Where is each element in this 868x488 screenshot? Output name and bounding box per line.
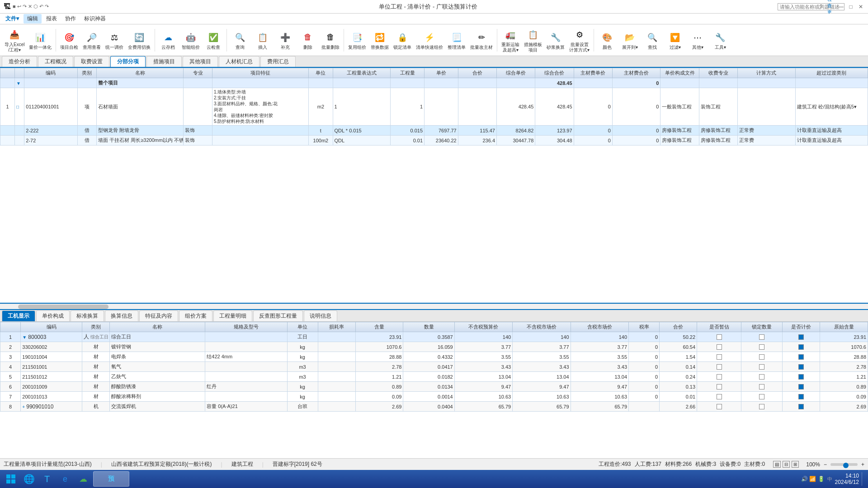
table-row[interactable]: 2-72 借 墙面 干挂石材 周长≥3200mm以内 不锈钢硅柱密缝 装饰 10… xyxy=(0,136,868,145)
br5-notax-est[interactable]: 13.04 xyxy=(454,372,512,382)
br5-lock[interactable] xyxy=(741,372,783,382)
br8-lock-cb[interactable] xyxy=(759,404,764,409)
maximize-button[interactable]: □ xyxy=(847,3,854,10)
toolbar-delete[interactable]: 🗑 删除 xyxy=(297,27,319,54)
check-update[interactable]: 🔔检查更新 xyxy=(827,3,835,10)
br4-notax-est[interactable]: 3.43 xyxy=(454,362,512,372)
taskbar-browser[interactable]: 🌐 xyxy=(21,471,37,487)
table-row[interactable]: 2-222 借 型钢龙骨 附墙龙骨 装饰 t QDL * 0.015 0.015… xyxy=(0,126,868,136)
bottom-row-3[interactable]: 3 190101004 材 电焊条 结422 4mm kg 28.88 0.43… xyxy=(0,352,868,362)
bottom-row-4[interactable]: 4 211501001 材 氧气 m3 2.78 0.0417 3.43 3.4… xyxy=(0,362,868,372)
tab-other-items[interactable]: 其他项目 xyxy=(183,56,218,67)
taskbar-t-app[interactable]: T xyxy=(39,471,55,487)
br1-lock-cb[interactable] xyxy=(759,334,764,340)
br3-qty[interactable]: 28.88 xyxy=(355,352,403,362)
toolbar-filter[interactable]: 🔽 过滤▾ xyxy=(664,27,686,54)
br5-qty[interactable]: 1.21 xyxy=(355,372,403,382)
minimize-button[interactable]: — xyxy=(837,3,844,10)
tab-cost-analysis[interactable]: 造价分析 xyxy=(2,56,37,67)
br3-lock-cb[interactable] xyxy=(759,354,764,360)
row-qty-1[interactable]: 1 xyxy=(391,88,425,126)
row-formula-1[interactable]: 1 xyxy=(333,88,391,126)
toolbar-batch-delete[interactable]: 🗑 批量删除 xyxy=(320,27,341,54)
toolbar-check-view[interactable]: 🔎 查用查看 xyxy=(81,27,103,54)
bottom-row-6[interactable]: 6 200101009 材 醇酸防锈漆 红丹 kg 0.89 0.0134 9.… xyxy=(0,382,868,392)
view-icon-1[interactable]: ▤ xyxy=(773,461,781,468)
br1-calc-cb[interactable] xyxy=(798,334,804,340)
menu-file[interactable]: 文件▾ xyxy=(2,14,23,23)
br2-lock-cb[interactable] xyxy=(759,344,764,350)
bottom-tab-machine[interactable]: 工机显示 xyxy=(2,310,35,321)
toolbar-full-fee[interactable]: 🔄 全费用切换 xyxy=(126,27,152,54)
br1-calc[interactable] xyxy=(782,332,820,342)
br5-lock-cb[interactable] xyxy=(759,374,764,380)
taskbar-show-desktop[interactable] xyxy=(862,472,865,486)
tab-project-overview[interactable]: 工程概况 xyxy=(38,56,73,67)
toolbar-price-adjust[interactable]: ⚖ 统一调价 xyxy=(104,27,125,54)
br8-notax-est[interactable]: 65.79 xyxy=(454,402,512,412)
taskbar-cloud-app[interactable]: ☁ xyxy=(75,471,91,487)
br1-code-select[interactable]: ▼ xyxy=(22,335,27,340)
br1-temp[interactable] xyxy=(697,332,741,342)
toolbar-supplement[interactable]: ➕ 补充 xyxy=(274,27,296,54)
bottom-tab-description[interactable]: 说明信息 xyxy=(304,310,337,321)
toolbar-transport[interactable]: 🚛 重新运输及超高▾ xyxy=(500,27,521,54)
bottom-row-2[interactable]: 2 330206002 材 镀锌管钢 kg 1070.6 16.059 3.77… xyxy=(0,342,868,352)
view-icon-3[interactable]: ⊞ xyxy=(792,461,799,468)
bottom-tab-convert-info[interactable]: 换算信息 xyxy=(105,310,138,321)
br5-temp-cb[interactable] xyxy=(717,374,722,380)
help-icon[interactable]: ? xyxy=(817,3,825,10)
br8-qty[interactable]: 2.69 xyxy=(355,402,403,412)
br6-qty[interactable]: 0.89 xyxy=(355,382,403,392)
toolbar-query[interactable]: 🔍 查询 xyxy=(229,27,251,54)
br3-lock[interactable] xyxy=(741,352,783,362)
br3-temp-cb[interactable] xyxy=(717,354,722,360)
toolbar-batch-calc[interactable]: ⚙ 批量设置计算方式▾ xyxy=(567,27,591,54)
bottom-tab-price-plan[interactable]: 组价方案 xyxy=(179,310,212,321)
br1-qty[interactable]: 23.91 xyxy=(355,332,403,342)
bottom-row-8[interactable]: 8 + 990901010 机 交流弧焊机 容量 0(A·A)21 台班 2.6… xyxy=(0,402,868,412)
toolbar-tools[interactable]: 🔧 工具▾ xyxy=(709,27,731,54)
br2-notax-est[interactable]: 3.77 xyxy=(454,342,512,352)
br2-lock[interactable] xyxy=(741,342,783,352)
br2-qty[interactable]: 1070.6 xyxy=(355,342,403,352)
br8-calc-cb[interactable] xyxy=(798,404,804,409)
br5-calc[interactable] xyxy=(782,372,820,382)
row-code-1[interactable]: 011204001001 xyxy=(24,88,77,126)
tab-measures[interactable]: 措施项目 xyxy=(146,56,182,67)
br7-calc-cb[interactable] xyxy=(798,394,804,399)
toolbar-smart-price[interactable]: 🤖 智能组价 xyxy=(180,27,202,54)
br2-notax-mkt[interactable]: 3.77 xyxy=(513,342,571,352)
toolbar-qty-price[interactable]: 📊 量价一体化 xyxy=(27,27,53,54)
br8-temp[interactable] xyxy=(697,402,741,412)
menu-report[interactable]: 报表 xyxy=(42,14,61,23)
br3-notax-est[interactable]: 3.55 xyxy=(454,352,512,362)
br6-lock[interactable] xyxy=(741,382,783,392)
br6-temp-cb[interactable] xyxy=(717,384,722,389)
menu-edit[interactable]: 编辑 xyxy=(24,14,42,23)
br6-lock-cb[interactable] xyxy=(759,384,764,389)
toolbar-color[interactable]: 🎨 颜色 xyxy=(596,27,618,54)
br8-calc[interactable] xyxy=(782,402,820,412)
br5-calc-cb[interactable] xyxy=(798,374,804,380)
toolbar-batch-main-mat[interactable]: ✏ 批量改主材 xyxy=(468,27,495,54)
br6-temp[interactable] xyxy=(697,382,741,392)
taskbar-budget-app[interactable]: 预 xyxy=(93,471,129,487)
tab-parts-items[interactable]: 分部分项 xyxy=(110,56,146,67)
bottom-tab-unit-comp[interactable]: 单价构成 xyxy=(36,310,70,321)
toolbar-organize[interactable]: 📃 整理清单 xyxy=(446,27,467,54)
toolbar-lock-list[interactable]: 🔒 锁定清单 xyxy=(392,27,413,54)
bottom-tab-reverse-qty[interactable]: 反查图形工程量 xyxy=(253,310,303,321)
bottom-row-1[interactable]: 1 ▼ 800003 人 综合工日 综合工日 工日 23.9 xyxy=(0,332,868,342)
bottom-row-5[interactable]: 5 211501012 材 乙炔气 m3 1.21 0.0182 13.04 1… xyxy=(0,372,868,382)
br1-lock[interactable] xyxy=(741,332,783,342)
toolbar-import-excel[interactable]: 📥 导入Excel/工程▾ xyxy=(3,27,26,54)
br2-temp[interactable] xyxy=(697,342,741,352)
zoom-slider[interactable] xyxy=(830,463,858,466)
menu-cooperate[interactable]: 协作 xyxy=(61,14,80,23)
tab-fees-summary[interactable]: 费用汇总 xyxy=(260,56,296,67)
close-button[interactable]: ✕ xyxy=(857,3,864,10)
br2-calc[interactable] xyxy=(782,342,820,352)
br4-notax-mkt[interactable]: 3.43 xyxy=(513,362,571,372)
br6-notax-mkt[interactable]: 9.47 xyxy=(513,382,571,392)
